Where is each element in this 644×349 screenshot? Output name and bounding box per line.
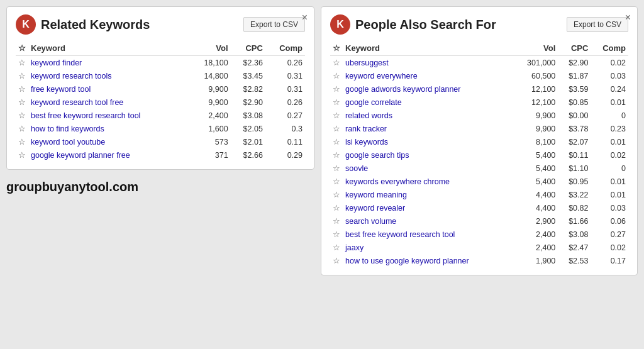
vol-col-header-left: Vol — [190, 41, 231, 56]
star-cell[interactable]: ☆ — [330, 201, 343, 214]
vol-cell: 9,900 — [190, 82, 231, 96]
star-cell[interactable]: ☆ — [16, 96, 28, 109]
star-header-right: ☆ — [330, 41, 343, 56]
cpc-cell: $3.59 — [558, 82, 591, 96]
close-button-left[interactable]: × — [302, 12, 308, 23]
cpc-cell: $2.66 — [231, 148, 265, 162]
cpc-cell: $1.87 — [558, 69, 591, 82]
keyword-cell[interactable]: related words — [343, 109, 514, 122]
comp-cell: 0.24 — [591, 82, 628, 96]
keyword-cell[interactable]: search volume — [343, 214, 514, 228]
table-row: ☆ soovle 5,400 $1.10 0 — [330, 162, 628, 175]
vol-cell: 9,900 — [514, 109, 558, 122]
star-cell[interactable]: ☆ — [330, 82, 343, 96]
keyword-cell[interactable]: keywords everywhere chrome — [343, 175, 514, 188]
star-cell[interactable]: ☆ — [330, 162, 343, 175]
cpc-cell: $0.85 — [558, 96, 591, 109]
star-cell[interactable]: ☆ — [330, 214, 343, 228]
keyword-cell[interactable]: best free keyword research tool — [28, 109, 190, 122]
keyword-cell[interactable]: google keyword planner free — [28, 148, 190, 162]
keyword-cell[interactable]: google correlate — [343, 96, 514, 109]
keyword-cell[interactable]: lsi keywords — [343, 135, 514, 148]
keyword-cell[interactable]: keyword tool youtube — [28, 135, 190, 148]
table-row: ☆ best free keyword research tool 2,400 … — [16, 109, 305, 122]
export-csv-button-right[interactable]: Export to CSV — [567, 17, 628, 32]
star-cell[interactable]: ☆ — [16, 82, 28, 96]
keyword-cell[interactable]: keyword everywhere — [343, 69, 514, 82]
comp-cell: 0.01 — [591, 175, 628, 188]
star-cell[interactable]: ☆ — [16, 135, 28, 148]
keyword-cell[interactable]: free keyword tool — [28, 82, 190, 96]
star-cell[interactable]: ☆ — [330, 109, 343, 122]
star-cell[interactable]: ☆ — [16, 69, 28, 82]
export-csv-button-left[interactable]: Export to CSV — [243, 17, 305, 32]
vol-cell: 1,900 — [514, 254, 558, 267]
keyword-cell[interactable]: how to find keywords — [28, 122, 190, 135]
keyword-cell[interactable]: keyword meaning — [343, 188, 514, 201]
keyword-cell[interactable]: google search tips — [343, 148, 514, 162]
comp-cell: 0.17 — [591, 254, 628, 267]
comp-cell: 0.11 — [265, 135, 305, 148]
table-row: ☆ keyword revealer 4,400 $0.82 0.03 — [330, 201, 628, 214]
keyword-cell[interactable]: ubersuggest — [343, 56, 514, 70]
comp-col-header-right: Comp — [591, 41, 628, 56]
star-cell[interactable]: ☆ — [330, 241, 343, 254]
keyword-cell[interactable]: soovle — [343, 162, 514, 175]
star-cell[interactable]: ☆ — [330, 69, 343, 82]
table-row: ☆ ubersuggest 301,000 $2.90 0.02 — [330, 56, 628, 70]
star-cell[interactable]: ☆ — [330, 135, 343, 148]
cpc-cell: $3.22 — [558, 188, 591, 201]
comp-cell: 0 — [591, 109, 628, 122]
star-cell[interactable]: ☆ — [330, 228, 343, 241]
table-row: ☆ search volume 2,900 $1.66 0.06 — [330, 214, 628, 228]
cpc-col-header-left: CPC — [231, 41, 265, 56]
keyword-cell[interactable]: keyword research tool free — [28, 96, 190, 109]
comp-cell: 0.31 — [265, 82, 305, 96]
star-cell[interactable]: ☆ — [330, 175, 343, 188]
close-button-right[interactable]: × — [625, 12, 631, 23]
comp-cell: 0.03 — [591, 69, 628, 82]
footer-text: groupbuyanytool.com — [6, 180, 314, 194]
star-cell[interactable]: ☆ — [16, 148, 28, 162]
star-cell[interactable]: ☆ — [16, 109, 28, 122]
table-row: ☆ google correlate 12,100 $0.85 0.01 — [330, 96, 628, 109]
keyword-cell[interactable]: google adwords keyword planner — [343, 82, 514, 96]
vol-cell: 12,100 — [514, 96, 558, 109]
star-cell[interactable]: ☆ — [16, 122, 28, 135]
panel-title-right: People Also Search For — [355, 18, 496, 32]
table-row: ☆ how to find keywords 1,600 $2.05 0.3 — [16, 122, 305, 135]
keyword-cell[interactable]: how to use google keyword planner — [343, 254, 514, 267]
table-row: ☆ keyword finder 18,100 $2.36 0.26 — [16, 56, 305, 70]
vol-cell: 12,100 — [514, 82, 558, 96]
cpc-col-header-right: CPC — [558, 41, 591, 56]
star-cell[interactable]: ☆ — [330, 188, 343, 201]
table-row: ☆ lsi keywords 8,100 $2.07 0.01 — [330, 135, 628, 148]
table-row: ☆ keywords everywhere chrome 5,400 $0.95… — [330, 175, 628, 188]
keyword-cell[interactable]: best free keyword research tool — [343, 228, 514, 241]
table-row: ☆ google search tips 5,400 $0.11 0.02 — [330, 148, 628, 162]
panel-title-left: Related Keywords — [41, 18, 150, 32]
vol-cell: 5,400 — [514, 148, 558, 162]
star-cell[interactable]: ☆ — [330, 56, 343, 70]
keyword-cell[interactable]: jaaxy — [343, 241, 514, 254]
star-cell[interactable]: ☆ — [330, 254, 343, 267]
keyword-cell[interactable]: keyword revealer — [343, 201, 514, 214]
keyword-cell[interactable]: rank tracker — [343, 122, 514, 135]
star-cell[interactable]: ☆ — [330, 96, 343, 109]
keyword-col-header-left: Keyword — [28, 41, 190, 56]
keyword-cell[interactable]: keyword research tools — [28, 69, 190, 82]
people-also-search-table: ☆ Keyword Vol CPC Comp ☆ ubersuggest 301… — [330, 41, 628, 267]
vol-cell: 573 — [190, 135, 231, 148]
vol-cell: 60,500 — [514, 69, 558, 82]
comp-cell: 0.27 — [591, 228, 628, 241]
k-logo-right: K — [330, 14, 350, 35]
star-cell[interactable]: ☆ — [330, 148, 343, 162]
keyword-cell[interactable]: keyword finder — [28, 56, 190, 70]
star-cell[interactable]: ☆ — [16, 56, 28, 70]
title-group-left: K Related Keywords — [16, 14, 150, 35]
comp-cell: 0.23 — [591, 122, 628, 135]
related-keywords-panel: × K Related Keywords Export to CSV ☆ Key… — [6, 6, 314, 170]
comp-cell: 0.01 — [591, 188, 628, 201]
star-cell[interactable]: ☆ — [330, 122, 343, 135]
cpc-cell: $0.11 — [558, 148, 591, 162]
